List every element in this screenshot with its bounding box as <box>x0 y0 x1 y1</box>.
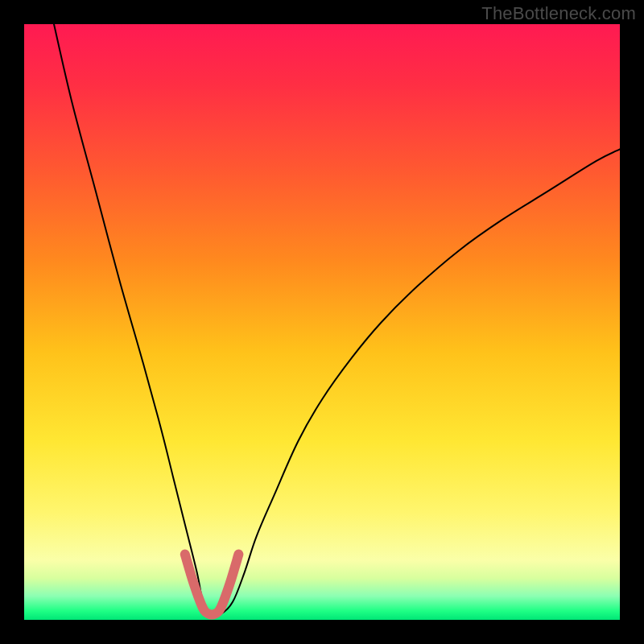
plot-area <box>24 24 620 620</box>
curve-layer <box>24 24 620 620</box>
chart-frame: TheBottleneck.com <box>0 0 644 644</box>
watermark-text: TheBottleneck.com <box>481 3 636 24</box>
main-curve <box>54 24 620 616</box>
